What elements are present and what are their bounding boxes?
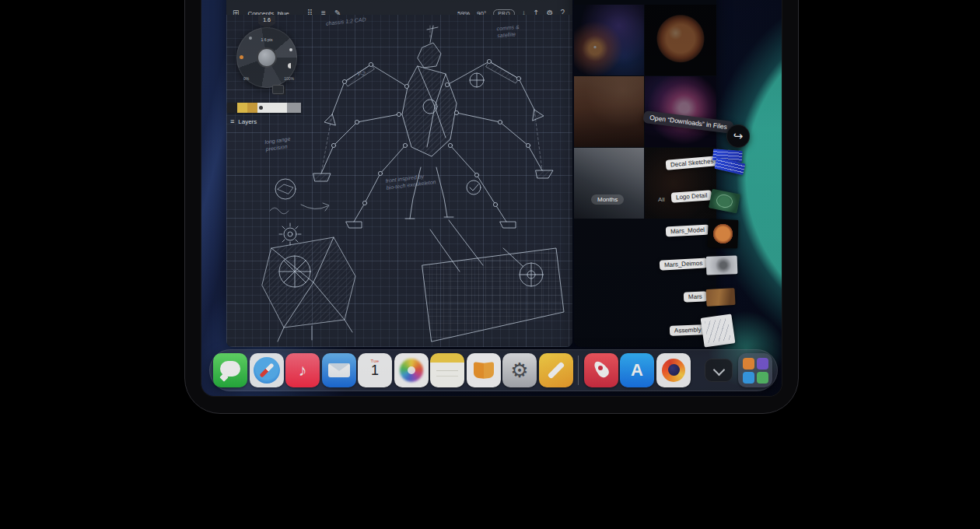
ipad-screen: ⊞ Concepts_blue… ⠿ ≡ ✎ 59% 90° PRO ↓ ↥ ⚙…: [201, 0, 782, 396]
drop-hint-tooltip: Open “Downloads” in Files: [642, 110, 733, 134]
mini-app-tile: [743, 358, 754, 370]
rocket-app-icon[interactable]: [584, 353, 618, 387]
share-forward-badge[interactable]: ↪: [726, 124, 750, 148]
drag-thumb-assembly[interactable]: [701, 314, 736, 347]
books-app-icon[interactable]: [467, 353, 501, 387]
photos-app-icon[interactable]: [394, 353, 429, 387]
drag-stack: Open “Downloads” in Files ↪ Decal Sketch…: [201, 0, 782, 396]
safari-app-icon[interactable]: [250, 353, 284, 387]
drag-item-label[interactable]: Mars_Deimos: [660, 257, 708, 270]
photo-background: ⊞ Concepts_blue… ⠿ ≡ ✎ 59% 90° PRO ↓ ↥ ⚙…: [0, 0, 980, 529]
drag-item-label[interactable]: Logo Detail: [671, 190, 712, 203]
firefox-app-icon[interactable]: [656, 353, 691, 387]
mini-app-tile: [743, 372, 754, 384]
appstore-app-icon[interactable]: A: [620, 353, 654, 387]
dock: ♪ Tue 1 ⚙ A: [209, 349, 778, 391]
share-forward-icon: ↪: [733, 129, 744, 142]
drag-thumb-decal-sketches[interactable]: [710, 148, 749, 178]
drag-thumb-mars[interactable]: [705, 288, 735, 307]
ipad-device: ⊞ Concepts_blue… ⠿ ≡ ✎ 59% 90° PRO ↓ ↥ ⚙…: [184, 0, 799, 414]
music-app-icon[interactable]: ♪: [285, 353, 320, 387]
mini-app-tile: [757, 358, 768, 370]
dock-separator: [578, 356, 579, 385]
notes-app-icon[interactable]: [430, 353, 464, 387]
settings-app-icon[interactable]: ⚙: [502, 353, 537, 387]
drag-item-label[interactable]: Assembly: [670, 324, 706, 336]
mail-app-icon[interactable]: [322, 353, 356, 387]
drag-thumb-mars-deimos[interactable]: [706, 255, 738, 275]
calendar-app-icon[interactable]: Tue 1: [358, 353, 392, 387]
music-note-icon: ♪: [299, 361, 307, 379]
mini-app-tile: [757, 372, 768, 384]
drag-thumb-logo-detail[interactable]: [709, 189, 740, 214]
drag-thumb-mars-model[interactable]: [707, 219, 738, 248]
messages-app-icon[interactable]: [213, 353, 247, 387]
calendar-day: 1: [371, 363, 379, 378]
sketch-pencil-app-icon[interactable]: [539, 353, 573, 387]
drag-item-label[interactable]: Mars_Model: [666, 225, 710, 237]
gear-icon: ⚙: [510, 359, 528, 382]
appstore-letter: A: [631, 360, 643, 380]
app-library-icon[interactable]: [738, 353, 772, 387]
dock-collapse-chevron-button[interactable]: [705, 359, 733, 382]
drag-item-label[interactable]: Mars: [684, 291, 707, 302]
